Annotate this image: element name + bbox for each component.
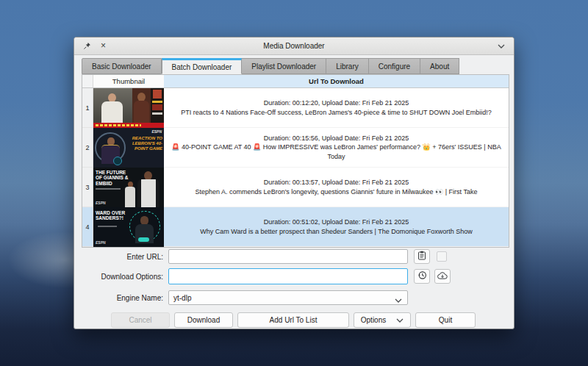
engine-name-label: Engine Name: [74,294,168,302]
thumbnail-headline: WARD OVER SANDERS?! [96,210,132,221]
action-buttons: Cancel Download Add Url To List Options … [111,312,476,328]
video-meta: Duration: 00:12:20, Upload Date: Fri Feb… [264,98,409,107]
thumbnail-art: ESPN REACTION TO LEBRON'S 40-POINT GAME [93,128,164,168]
thumbnail-headline: THE FUTURE OF GIANNIS & EMBIID [96,170,132,186]
video-title: Why Cam Ward is a better prospect than S… [200,227,473,236]
video-title: 🚨 40-POINT GAME AT 40 🚨 How IMPRESSIVE w… [171,143,501,160]
download-options-cloud-button[interactable] [434,269,451,284]
download-button[interactable]: Download [174,312,233,328]
enter-url-label: Enter URL: [74,253,168,261]
espn-logo: ESPN [96,240,106,245]
url-checkbox[interactable] [437,251,447,262]
table-corner [82,75,93,88]
close-icon[interactable]: × [98,41,108,51]
app-window: × Media Downloader Basic Downloader Batc… [74,37,514,329]
enter-url-row: Enter URL: [74,249,514,264]
row-number[interactable]: 3 [82,168,93,207]
add-url-to-list-button[interactable]: Add Url To List [237,312,349,328]
window-title: Media Downloader [74,42,514,50]
video-thumbnail[interactable]: ESPN REACTION TO LEBRON'S 40-POINT GAME [93,128,164,168]
shade-chevron-icon[interactable] [496,41,506,51]
options-history-button[interactable] [414,269,430,284]
table-row[interactable]: Duration: 00:15:56, Upload Date: Fri Feb… [164,128,509,168]
tab-playlist-downloader[interactable]: Playlist Downloader [242,58,326,74]
table-row[interactable]: Duration: 00:12:20, Upload Date: Fri Feb… [164,88,509,128]
batch-url-table: Thumbnail Url To Download 1 Duration: 00… [82,74,509,248]
desktop-background: × Media Downloader Basic Downloader Batc… [0,0,588,366]
table-row-selected[interactable]: Duration: 00:51:02, Upload Date: Fri Feb… [164,207,509,247]
tab-library[interactable]: Library [326,58,369,74]
tab-about[interactable]: About [420,58,459,74]
engine-select-value: yt-dlp [173,294,191,302]
video-meta: Duration: 00:15:56, Upload Date: Fri Feb… [264,134,409,143]
tab-bar: Basic Downloader Batch Downloader Playli… [82,58,459,74]
paste-clipboard-button[interactable] [414,249,430,264]
history-clock-icon [417,270,427,283]
url-input[interactable] [168,249,408,264]
video-thumbnail[interactable]: THE FUTURE OF GIANNIS & EMBIID ESPN [93,168,164,207]
video-thumbnail[interactable] [93,88,164,128]
thumbnail-art: THE FUTURE OF GIANNIS & EMBIID ESPN [93,168,164,207]
titlebar[interactable]: × Media Downloader [74,37,514,55]
video-thumbnail[interactable]: WARD OVER SANDERS?! ESPN [93,207,164,247]
column-header-url[interactable]: Url To Download [164,75,509,88]
tab-batch-downloader[interactable]: Batch Downloader [162,58,243,74]
options-button-label: Options [361,316,386,324]
row-number[interactable]: 2 [82,128,93,168]
column-header-thumbnail[interactable]: Thumbnail [93,75,164,88]
video-meta: Duration: 00:51:02, Upload Date: Fri Feb… [264,218,409,226]
video-title: Stephen A. commends LeBron's longevity, … [196,187,478,196]
thumbnail-art [93,88,164,128]
download-options-input[interactable] [168,268,408,284]
video-meta: Duration: 00:13:57, Upload Date: Fri Feb… [264,178,409,187]
download-options-label: Download Options: [74,273,168,281]
video-title: PTI reacts to 4 Nations Face-Off success… [181,108,492,117]
espn-logo: ESPN [96,201,106,205]
tab-configure[interactable]: Configure [369,58,420,74]
engine-select[interactable]: yt-dlp [168,290,408,305]
options-button[interactable]: Options [354,312,411,328]
row-number[interactable]: 1 [82,88,93,128]
engine-name-row: Engine Name: yt-dlp [74,290,514,305]
tab-basic-downloader[interactable]: Basic Downloader [82,58,162,74]
thumbnail-art: WARD OVER SANDERS?! ESPN [93,207,164,247]
cloud-download-icon [437,270,448,283]
chevron-down-icon [395,296,402,304]
row-number[interactable]: 4 [82,207,93,247]
thumbnail-headline: REACTION TO LEBRON'S 40-POINT GAME [126,136,162,151]
clipboard-icon [417,250,426,263]
cancel-button[interactable]: Cancel [111,312,170,328]
table-row[interactable]: Duration: 00:13:57, Upload Date: Fri Feb… [164,168,509,207]
espn-logo: ESPN [151,129,162,134]
chevron-down-icon [396,316,404,324]
quit-button[interactable]: Quit [415,312,476,328]
download-options-row: Download Options: [74,268,514,284]
pin-icon[interactable] [82,41,92,51]
